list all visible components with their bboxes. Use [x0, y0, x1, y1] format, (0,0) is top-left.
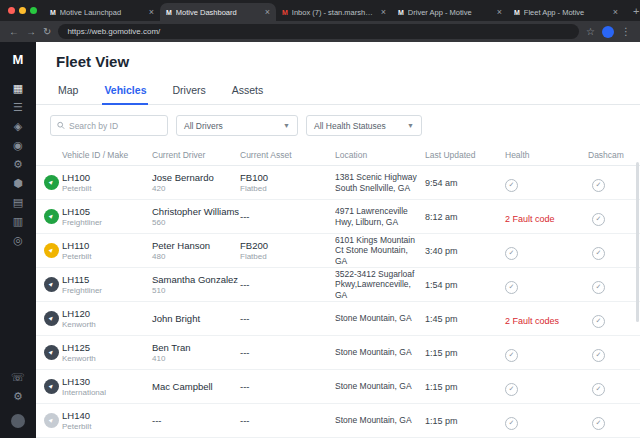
- maintenance-icon[interactable]: ⚙: [13, 159, 23, 170]
- vehicle-id: LH125: [62, 342, 152, 353]
- tab-close-icon[interactable]: ×: [381, 8, 386, 17]
- asset-id: ---: [240, 279, 335, 290]
- fuel-icon[interactable]: ⬢: [13, 178, 23, 189]
- vehicle-make: Peterbilt: [62, 422, 152, 431]
- health-check-icon: ✓: [505, 383, 518, 396]
- health-check-icon: ✓: [505, 349, 518, 362]
- vehicle-location: Stone Mountain, GA: [335, 313, 425, 324]
- vehicle-status-icon: ▲: [44, 277, 59, 292]
- dashcam-check-icon: ✓: [592, 247, 605, 260]
- search-icon: [57, 121, 65, 130]
- tabs-container: MMotive Launchpad×MMotive Dashboard×MInb…: [44, 3, 624, 21]
- table-row[interactable]: ▲LH140Peterbilt------Stone Mountain, GA1…: [36, 404, 640, 438]
- app-root: M ▦☰◈◉⚙⬢▤▥◎ ☏⚙ Fleet View MapVehiclesDri…: [0, 42, 640, 438]
- last-updated-time: 1:15 pm: [425, 416, 505, 426]
- table-row[interactable]: ▲LH105FreightlinerChristopher Williams56…: [36, 200, 640, 234]
- dashboard-icon[interactable]: ▦: [13, 83, 23, 94]
- vehicle-location: 4971 Lawrenceville Hwy, Lilburn, GA: [335, 206, 425, 227]
- tracking-pin-icon[interactable]: ◉: [13, 140, 23, 151]
- driver-name: ---: [152, 415, 240, 426]
- page-tabs: MapVehiclesDriversAssets: [36, 79, 640, 105]
- browser-tab[interactable]: MMotive Dashboard×: [160, 3, 276, 21]
- last-updated-time: 1:15 pm: [425, 348, 505, 358]
- table-row[interactable]: ▲LH115FreightlinerSamantha Gonzalez510--…: [36, 268, 640, 302]
- tab-vehicles[interactable]: Vehicles: [102, 79, 148, 105]
- table-row[interactable]: ▲LH125KenworthBen Tran410---Stone Mounta…: [36, 336, 640, 370]
- search-input[interactable]: [69, 121, 161, 131]
- fault-code-link[interactable]: 2 Fault code: [505, 214, 555, 224]
- tab-close-icon[interactable]: ×: [497, 8, 502, 17]
- fleet-list-icon[interactable]: ☰: [13, 102, 23, 113]
- vehicle-status-icon: ▲: [44, 243, 59, 258]
- profile-avatar[interactable]: [602, 26, 614, 38]
- driver-id: 480: [152, 252, 240, 261]
- vehicle-make: Freightliner: [62, 286, 152, 295]
- gmail-favicon: M: [282, 9, 288, 16]
- reload-icon[interactable]: ↻: [43, 27, 51, 37]
- vehicle-location: Stone Mountain, GA: [335, 347, 425, 358]
- back-icon[interactable]: ←: [9, 27, 19, 37]
- vehicle-status-icon: ▲: [44, 175, 59, 190]
- alerts-icon[interactable]: ◎: [13, 235, 23, 246]
- health-check-icon: ✓: [505, 281, 518, 294]
- browser-tab[interactable]: MMotive Launchpad×: [44, 3, 160, 21]
- settings-icon[interactable]: ⚙: [13, 391, 23, 402]
- vehicle-status-icon: ▲: [44, 209, 59, 224]
- dashcam-check-icon: ✓: [592, 417, 605, 430]
- browser-tab[interactable]: MInbox (7) - stan.marshall@trucki×: [276, 3, 392, 21]
- vehicle-status-icon: ▲: [44, 379, 59, 394]
- fault-code-link[interactable]: 2 Fault codes: [505, 316, 559, 326]
- table-row[interactable]: ▲LH120KenworthJohn Bright---Stone Mounta…: [36, 302, 640, 336]
- tab-title: Motive Launchpad: [60, 8, 145, 17]
- table-row[interactable]: ▲LH130InternationalMac Campbell---Stone …: [36, 370, 640, 404]
- tab-assets[interactable]: Assets: [230, 79, 266, 104]
- address-bar[interactable]: https://web.gomotive.com/: [58, 24, 579, 39]
- bookmark-star-icon[interactable]: ☆: [586, 27, 595, 37]
- new-tab-button[interactable]: +: [624, 5, 640, 17]
- dashcam-check-icon: ✓: [592, 281, 605, 294]
- tab-title: Inbox (7) - stan.marshall@trucki: [292, 8, 377, 17]
- column-header: Vehicle ID / Make: [62, 150, 152, 160]
- vehicle-id: LH120: [62, 308, 152, 319]
- scrollbar[interactable]: [636, 162, 639, 322]
- last-updated-time: 1:54 pm: [425, 280, 505, 290]
- last-updated-time: 9:54 am: [425, 178, 505, 188]
- health-filter-dropdown[interactable]: All Health Statuses ▼: [306, 115, 422, 136]
- reports-icon[interactable]: ▥: [13, 216, 23, 227]
- search-box[interactable]: [50, 115, 168, 136]
- documents-icon[interactable]: ▤: [13, 197, 23, 208]
- user-avatar[interactable]: [11, 414, 25, 428]
- last-updated-time: 3:40 pm: [425, 246, 505, 256]
- browser-tab[interactable]: MFleet App - Motive×: [508, 3, 624, 21]
- motive-favicon: M: [398, 9, 404, 16]
- tab-map[interactable]: Map: [56, 79, 80, 104]
- table-row[interactable]: ▲LH110PeterbiltPeter Hanson480FB200Flatb…: [36, 234, 640, 268]
- driver-id: 410: [152, 354, 240, 363]
- browser-tab[interactable]: MDriver App - Motive×: [392, 3, 508, 21]
- window-close-button[interactable]: [8, 7, 15, 14]
- tab-close-icon[interactable]: ×: [149, 8, 154, 17]
- tab-title: Motive Dashboard: [176, 8, 261, 17]
- tab-close-icon[interactable]: ×: [613, 8, 618, 17]
- asset-id: ---: [240, 415, 335, 426]
- motive-favicon: M: [166, 9, 172, 16]
- chevron-down-icon: ▼: [407, 122, 414, 129]
- last-updated-time: 1:45 pm: [425, 314, 505, 324]
- table-row[interactable]: ▲LH100PeterbiltJose Bernardo420FB100Flat…: [36, 166, 640, 200]
- tab-drivers[interactable]: Drivers: [170, 79, 207, 104]
- support-icon[interactable]: ☏: [11, 372, 25, 383]
- drivers-filter-dropdown[interactable]: All Drivers ▼: [176, 115, 298, 136]
- browser-window: MMotive Launchpad×MMotive Dashboard×MInb…: [0, 0, 640, 438]
- vehicle-make: Kenworth: [62, 320, 152, 329]
- motive-favicon: M: [514, 9, 520, 16]
- tab-close-icon[interactable]: ×: [265, 8, 270, 17]
- window-zoom-button[interactable]: [30, 7, 37, 14]
- forward-icon[interactable]: →: [26, 27, 36, 37]
- safety-shield-icon[interactable]: ◈: [14, 121, 22, 132]
- asset-id: ---: [240, 313, 335, 324]
- window-minimize-button[interactable]: [19, 7, 26, 14]
- tab-title: Fleet App - Motive: [524, 8, 609, 17]
- browser-menu-icon[interactable]: ⋮: [621, 27, 631, 37]
- motive-logo[interactable]: M: [13, 52, 24, 67]
- motive-favicon: M: [50, 9, 56, 16]
